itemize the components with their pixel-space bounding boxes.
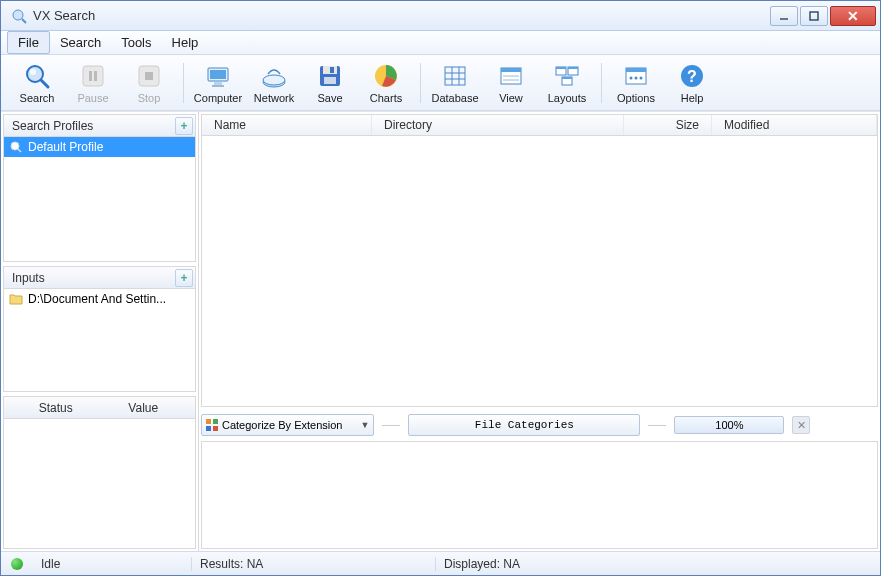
statusbar: Idle Results: NA Displayed: NA — [1, 551, 880, 575]
folder-icon — [8, 291, 24, 307]
status-displayed: Displayed: NA — [435, 557, 880, 571]
svg-rect-8 — [89, 71, 92, 81]
toolbar-label: Stop — [138, 92, 161, 104]
inputs-header: Inputs + — [4, 267, 195, 289]
svg-rect-7 — [83, 66, 103, 86]
col-directory[interactable]: Directory — [372, 115, 624, 135]
maximize-button[interactable] — [800, 6, 828, 26]
network-button[interactable]: Network — [246, 58, 302, 108]
col-name[interactable]: Name — [202, 115, 372, 135]
close-button[interactable]: ✕ — [830, 6, 876, 26]
status-panel: Status Value — [3, 396, 196, 549]
status-list — [4, 419, 195, 548]
file-categories-button[interactable]: File Categories — [408, 414, 640, 436]
titlebar[interactable]: VX Search ✕ — [1, 1, 880, 31]
pause-button[interactable]: Pause — [65, 58, 121, 108]
add-profile-button[interactable]: + — [175, 117, 193, 135]
inputs-panel: Inputs + D:\Document And Settin... — [3, 266, 196, 392]
svg-line-1 — [22, 19, 26, 23]
charts-button[interactable]: Charts — [358, 58, 414, 108]
input-label: D:\Document And Settin... — [28, 292, 166, 306]
panel-title: Search Profiles — [12, 119, 93, 133]
col-modified[interactable]: Modified — [712, 115, 877, 135]
left-pane: Search Profiles + Default Profile Inputs… — [1, 112, 199, 551]
svg-point-6 — [30, 69, 36, 75]
separator — [601, 63, 602, 103]
svg-rect-13 — [210, 70, 226, 79]
app-icon — [11, 8, 27, 24]
options-icon — [622, 62, 650, 90]
stop-button[interactable]: Stop — [121, 58, 177, 108]
panel-title: Inputs — [12, 271, 45, 285]
details-panel[interactable] — [201, 441, 878, 549]
toolbar-label: Charts — [370, 92, 402, 104]
database-button[interactable]: Database — [427, 58, 483, 108]
svg-rect-33 — [556, 67, 566, 69]
profiles-list[interactable]: Default Profile — [4, 137, 195, 261]
cancel-progress-button[interactable]: ✕ — [792, 416, 810, 434]
input-item[interactable]: D:\Document And Settin... — [4, 289, 195, 309]
computer-icon — [204, 62, 232, 90]
window-title: VX Search — [33, 8, 770, 23]
menu-file[interactable]: File — [7, 31, 50, 54]
toolbar: Search Pause Stop Computer Network Save … — [1, 55, 880, 111]
svg-text:?: ? — [687, 68, 697, 85]
svg-rect-49 — [206, 426, 211, 431]
save-button[interactable]: Save — [302, 58, 358, 108]
toolbar-label: Pause — [77, 92, 108, 104]
status-header: Status Value — [4, 397, 195, 419]
categorize-dropdown[interactable]: Categorize By Extension ▼ — [201, 414, 374, 436]
svg-line-5 — [41, 80, 48, 87]
toolbar-label: Options — [617, 92, 655, 104]
svg-point-42 — [640, 76, 643, 79]
search-profiles-panel: Search Profiles + Default Profile — [3, 114, 196, 262]
status-indicator-icon — [11, 558, 23, 570]
svg-rect-23 — [445, 67, 465, 85]
menu-tools[interactable]: Tools — [111, 31, 161, 54]
window-controls: ✕ — [770, 6, 876, 26]
svg-rect-21 — [324, 77, 336, 84]
svg-rect-47 — [206, 419, 211, 424]
status-col-status: Status — [12, 401, 100, 415]
svg-rect-48 — [213, 419, 218, 424]
database-icon — [441, 62, 469, 90]
menu-search[interactable]: Search — [50, 31, 111, 54]
svg-point-45 — [11, 142, 19, 150]
results-table[interactable] — [201, 136, 878, 407]
profile-label: Default Profile — [28, 140, 103, 154]
svg-rect-11 — [145, 72, 153, 80]
profile-item[interactable]: Default Profile — [4, 137, 195, 157]
search-button[interactable]: Search — [9, 58, 65, 108]
svg-point-17 — [263, 75, 285, 85]
svg-rect-20 — [330, 67, 334, 73]
toolbar-label: Save — [317, 92, 342, 104]
results-header: Name Directory Size Modified — [201, 114, 878, 136]
svg-point-40 — [630, 76, 633, 79]
help-icon: ? — [678, 62, 706, 90]
svg-rect-35 — [568, 67, 578, 69]
add-input-button[interactable]: + — [175, 269, 193, 287]
svg-rect-14 — [214, 82, 222, 85]
layouts-button[interactable]: Layouts — [539, 58, 595, 108]
progress-bar: 100% — [674, 416, 784, 434]
toolbar-label: View — [499, 92, 523, 104]
control-bar: Categorize By Extension ▼ File Categorie… — [201, 411, 878, 439]
options-button[interactable]: Options — [608, 58, 664, 108]
svg-rect-3 — [810, 12, 818, 20]
grid-icon — [206, 419, 218, 431]
computer-button[interactable]: Computer — [190, 58, 246, 108]
toolbar-label: Network — [254, 92, 294, 104]
menu-help[interactable]: Help — [162, 31, 209, 54]
status-results: Results: NA — [191, 557, 435, 571]
inputs-list[interactable]: D:\Document And Settin... — [4, 289, 195, 391]
view-button[interactable]: View — [483, 58, 539, 108]
toolbar-label: Database — [431, 92, 478, 104]
svg-rect-15 — [212, 85, 224, 87]
col-size[interactable]: Size — [624, 115, 712, 135]
svg-rect-39 — [626, 68, 646, 72]
charts-icon — [372, 62, 400, 90]
profile-icon — [8, 139, 24, 155]
svg-point-41 — [635, 76, 638, 79]
help-button[interactable]: ? Help — [664, 58, 720, 108]
minimize-button[interactable] — [770, 6, 798, 26]
